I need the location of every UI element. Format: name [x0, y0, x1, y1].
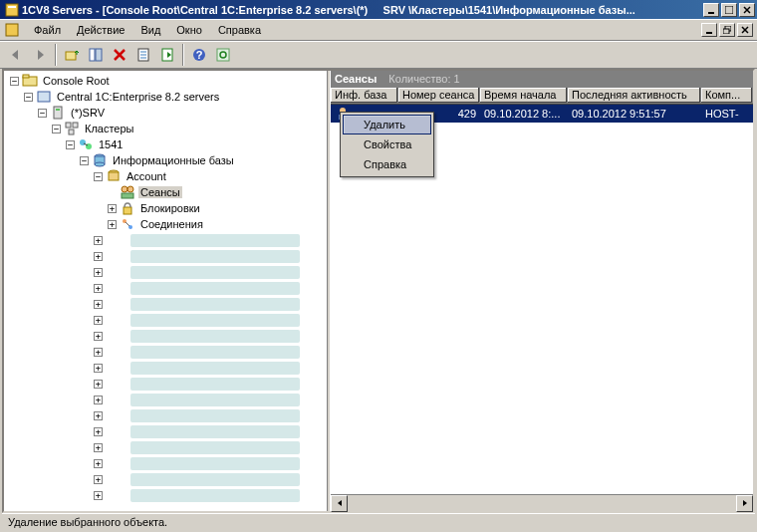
- tree-account[interactable]: −Account: [6, 168, 325, 184]
- tree-item[interactable]: +: [6, 392, 325, 407]
- properties-button[interactable]: [131, 44, 154, 66]
- cell-host: HOST-: [701, 108, 753, 120]
- menu-view[interactable]: Вид: [132, 22, 168, 38]
- context-menu: Удалить Свойства Справка: [340, 112, 434, 177]
- tree-port[interactable]: −1541: [6, 136, 325, 152]
- svg-rect-41: [109, 172, 119, 180]
- list-title: Сеансы: [335, 73, 377, 85]
- svg-rect-3: [725, 6, 733, 14]
- column-headers: Инф. база Номер сеанса Время начала Посл…: [331, 88, 753, 105]
- svg-rect-6: [6, 24, 18, 36]
- back-button[interactable]: [4, 44, 27, 66]
- col-last-activity[interactable]: Последняя активность: [568, 88, 701, 104]
- tree-item[interactable]: +: [6, 487, 325, 503]
- svg-rect-24: [217, 49, 229, 61]
- context-properties[interactable]: Свойства: [343, 134, 431, 154]
- tree-sessions[interactable]: Сеансы: [6, 184, 325, 200]
- svg-point-39: [95, 162, 105, 166]
- tree-item[interactable]: +: [6, 280, 325, 296]
- tree-item[interactable]: +: [6, 296, 325, 312]
- tree-item[interactable]: +: [6, 264, 325, 280]
- svg-point-42: [122, 186, 127, 192]
- svg-rect-44: [122, 193, 133, 198]
- statusbar: Удаление выбранного объекта.: [2, 513, 755, 532]
- cell-start: 09.10.2012 8:...: [480, 108, 568, 120]
- tree-item[interactable]: +: [6, 360, 325, 376]
- refresh-button[interactable]: [211, 44, 234, 66]
- mdi-close-button[interactable]: [737, 23, 753, 37]
- scroll-left-button[interactable]: [331, 495, 348, 512]
- tree-panel: −Console Root −Central 1C:Enterprise 8.2…: [4, 71, 327, 511]
- tree-item[interactable]: +: [6, 423, 325, 439]
- context-delete[interactable]: Удалить: [343, 115, 431, 134]
- tree-item[interactable]: +: [6, 312, 325, 328]
- menubar: Файл Действие Вид Окно Справка: [0, 19, 757, 41]
- list-count: Количество: 1: [388, 73, 459, 85]
- minimize-button[interactable]: [703, 3, 719, 17]
- show-hide-tree-button[interactable]: [84, 44, 107, 66]
- up-button[interactable]: [60, 44, 83, 66]
- app-icon: [4, 2, 20, 18]
- maximize-button[interactable]: [721, 3, 737, 17]
- svg-rect-14: [96, 49, 102, 61]
- tree-clusters[interactable]: −Кластеры: [6, 121, 325, 136]
- context-help[interactable]: Справка: [343, 154, 431, 174]
- tree-connections[interactable]: +Соединения: [6, 216, 325, 232]
- delete-button[interactable]: [108, 44, 130, 66]
- menu-file[interactable]: Файл: [26, 22, 69, 38]
- forward-button[interactable]: [28, 44, 51, 66]
- menu-action[interactable]: Действие: [69, 22, 132, 38]
- svg-rect-33: [69, 130, 74, 134]
- tree-srv[interactable]: −(*)SRV: [6, 105, 325, 121]
- mdi-restore-button[interactable]: [719, 23, 735, 37]
- tree-item[interactable]: +: [6, 344, 325, 360]
- svg-rect-32: [73, 123, 78, 128]
- tree-central[interactable]: −Central 1C:Enterprise 8.2 servers: [6, 89, 325, 105]
- tree-root[interactable]: −Console Root: [6, 73, 325, 89]
- tree-item[interactable]: +: [6, 407, 325, 423]
- svg-point-43: [127, 186, 133, 192]
- col-start-time[interactable]: Время начала: [480, 88, 568, 104]
- cell-last: 09.10.2012 9:51:57: [568, 108, 701, 120]
- window-title: 1CV8 Servers - [Console Root\Central 1C:…: [22, 4, 703, 16]
- tree-item[interactable]: +: [6, 471, 325, 487]
- toolbar: ?: [0, 41, 757, 69]
- svg-rect-31: [66, 123, 71, 128]
- tree-item[interactable]: +: [6, 328, 325, 344]
- svg-rect-1: [8, 6, 16, 8]
- export-button[interactable]: [155, 44, 178, 66]
- svg-rect-7: [706, 32, 712, 34]
- tree-item[interactable]: +: [6, 376, 325, 392]
- svg-rect-29: [54, 107, 62, 119]
- menu-window[interactable]: Окно: [168, 22, 210, 38]
- tree-item[interactable]: +: [6, 232, 325, 248]
- titlebar: 1CV8 Servers - [Console Root\Central 1C:…: [0, 0, 757, 19]
- svg-rect-12: [66, 52, 76, 60]
- col-infobase[interactable]: Инф. база: [331, 88, 398, 104]
- svg-rect-9: [723, 29, 729, 34]
- tree-item[interactable]: +: [6, 439, 325, 455]
- svg-line-48: [126, 222, 129, 226]
- tree-item[interactable]: +: [6, 455, 325, 471]
- col-computer[interactable]: Комп...: [701, 88, 753, 104]
- mmc-icon: [4, 22, 20, 38]
- svg-text:?: ?: [195, 49, 202, 61]
- col-session-num[interactable]: Номер сеанса: [398, 88, 480, 104]
- scroll-right-button[interactable]: [736, 495, 753, 512]
- horizontal-scrollbar[interactable]: [331, 494, 753, 511]
- tree-infobases[interactable]: −Информационные базы: [6, 152, 325, 168]
- close-button[interactable]: [739, 3, 755, 17]
- tree-item[interactable]: +: [6, 248, 325, 264]
- svg-rect-13: [90, 49, 95, 61]
- svg-rect-2: [708, 12, 714, 14]
- menu-help[interactable]: Справка: [210, 22, 269, 38]
- svg-rect-30: [56, 109, 60, 111]
- svg-rect-0: [6, 4, 18, 16]
- mdi-minimize-button[interactable]: [701, 23, 717, 37]
- list-header: Сеансы Количество: 1: [331, 71, 753, 88]
- svg-rect-45: [124, 207, 131, 214]
- svg-rect-27: [23, 75, 29, 78]
- help-button[interactable]: ?: [187, 44, 210, 66]
- tree-locks[interactable]: +Блокировки: [6, 200, 325, 216]
- svg-rect-28: [38, 92, 50, 102]
